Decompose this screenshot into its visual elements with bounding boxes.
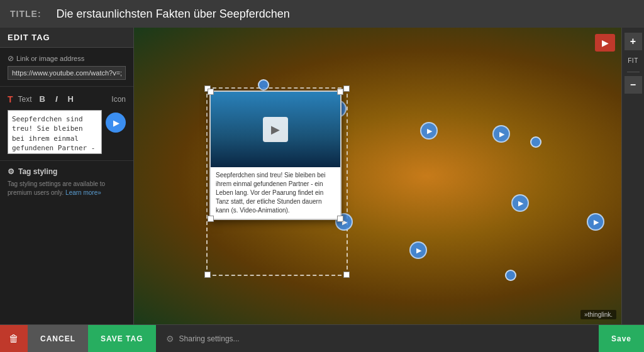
card-resize-bl[interactable] [208,216,214,222]
tag-dot-9[interactable] [587,213,604,231]
tag-dot-5[interactable] [530,136,541,148]
text-area-wrapper: Seepferdchen sind treu! Sie bleiben bei … [8,110,126,154]
text-content-area[interactable]: Seepferdchen sind treu! Sie bleiben bei … [8,110,102,154]
card-resize-tl[interactable] [208,89,214,95]
tag-dot-11[interactable] [505,270,516,281]
left-panel: EDIT TAG ⊘ Link or image address T Text … [0,28,134,324]
tag-dot-selected[interactable] [409,241,427,259]
sharing-gear-icon: ⚙ [166,334,174,344]
link-section: ⊘ Link or image address [0,48,133,87]
link-icon: ⊘ [8,54,14,63]
seahorse-background: ▶ ▶ Seepferdchen sind treu! Sie bleiben … [134,28,621,324]
card-resize-tr[interactable] [337,89,343,95]
video-card-text: Seepferdchen sind treu! Sie bleiben bei … [211,167,340,219]
canvas-area: ▶ ▶ Seepferdchen sind treu! Sie bleiben … [134,28,621,324]
gear-icon: ⚙ [8,167,14,176]
tag-dot-8[interactable] [511,194,529,212]
link-label: ⊘ Link or image address [8,54,126,63]
text-type-icon: T [8,94,13,104]
text-section: T Text B I H Icon Seepferdchen sind treu… [0,87,133,161]
bold-button[interactable]: B [37,93,48,105]
video-card[interactable]: ▶ Seepferdchen sind treu! Sie bleiben be… [209,91,341,220]
delete-button[interactable]: 🗑 [0,325,28,353]
seahorse-image [134,28,621,324]
card-resize-br[interactable] [337,216,343,222]
tag-styling-header: ⚙ Tag styling [8,167,126,176]
title-input[interactable] [52,8,644,21]
tag-dot-3[interactable] [420,122,438,140]
save-tag-button[interactable]: SAVE TAG [88,325,156,353]
main-area: EDIT TAG ⊘ Link or image address T Text … [0,28,644,324]
tag-styling-note: Tag styling settings are available to pr… [8,180,126,197]
video-thumbnail[interactable]: ▶ [211,92,340,167]
link-input[interactable] [8,66,126,80]
zoom-in-button[interactable]: + [625,33,642,50]
right-toolbar: + FIT − [621,28,644,324]
sharing-section: ⚙ Sharing settings... [156,334,599,344]
tag-dot-1[interactable] [258,79,269,91]
text-label: Text [18,95,32,104]
zoom-out-button[interactable]: − [625,76,642,94]
panel-header: EDIT TAG [0,28,133,48]
icon-label: Icon [111,95,126,104]
tag-dot-4[interactable] [492,125,510,143]
cancel-button[interactable]: CANCEL [28,325,88,353]
learn-more-link[interactable]: Learn more» [65,189,101,196]
save-button-right[interactable]: Save [599,325,644,353]
title-label: TITLE: [0,9,52,19]
video-icon-top-right[interactable]: ▶ [595,34,615,52]
toolbar-divider [627,72,640,72]
bottom-bar: 🗑 CANCEL SAVE TAG ⚙ Sharing settings... … [0,324,644,352]
text-toolbar: T Text B I H Icon [8,93,126,105]
italic-button[interactable]: I [53,93,60,105]
tag-styling-section: ⚙ Tag styling Tag styling settings are a… [0,161,133,204]
heading-button[interactable]: H [65,93,76,105]
fit-button[interactable]: FIT [625,53,642,68]
video-play-overlay[interactable]: ▶ [263,117,288,142]
sharing-label: Sharing settings... [179,334,240,343]
title-bar: TITLE: [0,0,644,28]
play-button[interactable] [106,113,126,133]
